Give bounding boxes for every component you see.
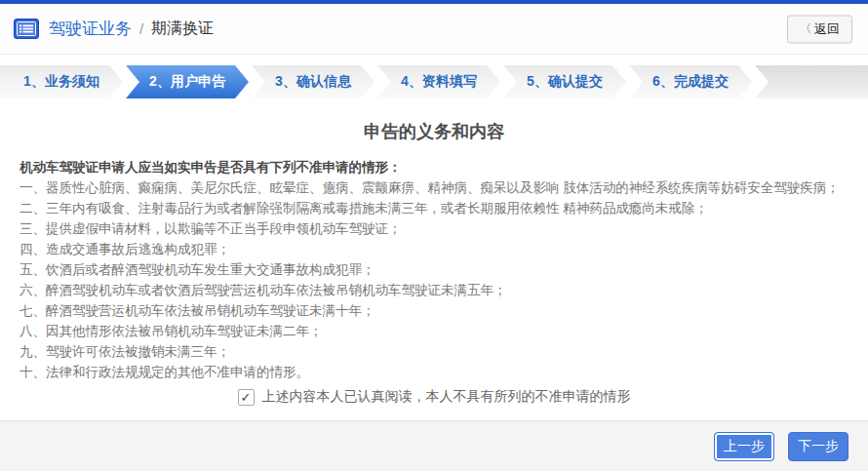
chevron-left-icon: 〈: [800, 20, 811, 37]
step-item-5[interactable]: 5、确认提交: [503, 65, 626, 98]
back-button[interactable]: 〈 返回: [787, 15, 852, 43]
footer-bar: 上一步 下一步: [0, 420, 868, 471]
page: 驾驶证业务 / 期满换证 〈 返回 1、业务须知2、用户申告3、确认信息4、资料…: [0, 0, 868, 471]
declaration-item: 十、法律和行政法规规定的其他不准申请的情形。: [20, 362, 848, 382]
declaration-item: 四、造成交通事故后逃逸构成犯罪；: [20, 239, 848, 259]
declaration-item: 八、因其他情形依法被吊销机动车驾驶证未满二年；: [20, 321, 848, 341]
step-item-2[interactable]: 2、用户申告: [126, 65, 249, 98]
breadcrumb-current: 期满换证: [151, 19, 214, 39]
step-item-1[interactable]: 1、业务须知: [0, 65, 123, 98]
declaration-content: 机动车驾驶证申请人应当如实申告是否具有下列不准申请的情形： 一、器质性心脏病、癫…: [0, 143, 868, 382]
declaration-list: 一、器质性心脏病、癫痫病、美尼尔氏症、眩晕症、癔病、震颤麻痹、精神病、痴呆以及影…: [20, 177, 848, 382]
confirm-checkbox[interactable]: ✓: [238, 389, 255, 406]
confirm-checkbox-row[interactable]: ✓ 上述内容本人已认真阅读，本人不具有所列的不准申请的情形: [0, 388, 868, 406]
declaration-item: 二、三年内有吸食、注射毒品行为或者解除强制隔离戒毒措施未满三年，或者长期服用依赖…: [20, 198, 848, 218]
breadcrumb-separator: /: [139, 20, 143, 37]
step-wizard: 1、业务须知2、用户申告3、确认信息4、资料填写5、确认提交6、完成提交: [0, 65, 868, 98]
declaration-intro: 机动车驾驶证申请人应当如实申告是否具有下列不准申请的情形：: [20, 157, 848, 177]
step-item-3[interactable]: 3、确认信息: [252, 65, 375, 98]
back-button-label: 返回: [814, 20, 840, 37]
step-wizard-tail: [755, 65, 868, 98]
declaration-item: 六、醉酒驾驶机动车或者饮酒后驾驶营运机动车依法被吊销机动车驾驶证未满五年；: [20, 280, 848, 300]
list-card-icon: [14, 19, 39, 39]
previous-step-button[interactable]: 上一步: [714, 432, 774, 461]
declaration-item: 五、饮酒后或者醉酒驾驶机动车发生重大交通事故构成犯罪；: [20, 259, 848, 280]
header: 驾驶证业务 / 期满换证 〈 返回: [0, 4, 868, 55]
confirm-checkbox-label: 上述内容本人已认真阅读，本人不具有所列的不准申请的情形: [262, 388, 631, 406]
declaration-item: 三、提供虚假申请材料，以欺骗等不正当手段申领机动车驾驶证；: [20, 218, 848, 239]
page-title: 申告的义务和内容: [0, 120, 868, 143]
step-item-4[interactable]: 4、资料填写: [377, 65, 500, 98]
next-step-button[interactable]: 下一步: [788, 432, 848, 461]
declaration-item: 九、驾驶许可依法被撤销未满三年；: [20, 341, 848, 362]
declaration-item: 一、器质性心脏病、癫痫病、美尼尔氏症、眩晕症、癔病、震颤麻痹、精神病、痴呆以及影…: [20, 177, 848, 198]
declaration-item: 七、醉酒驾驶营运机动车依法被吊销机动车驾驶证未满十年；: [20, 300, 848, 321]
breadcrumb-category[interactable]: 驾驶证业务: [49, 18, 132, 40]
step-item-6[interactable]: 6、完成提交: [629, 65, 752, 98]
